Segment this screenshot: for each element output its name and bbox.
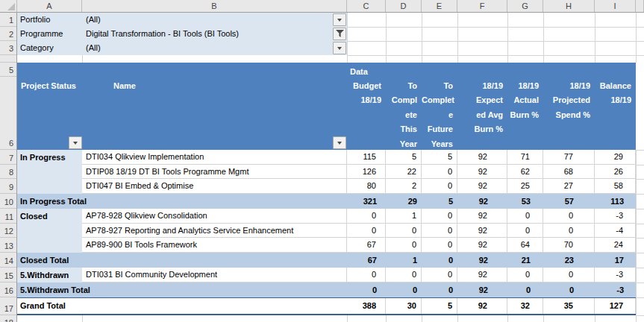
value-cell[interactable]: 80 [347, 179, 386, 194]
value-cell[interactable]: 126 [347, 165, 386, 179]
value-cell[interactable]: 1 [386, 209, 422, 224]
row-label-cell[interactable]: 5.Withdrawn Total [20, 282, 90, 297]
programme-filter-button[interactable] [333, 28, 346, 40]
value-cell[interactable]: 64 [507, 238, 543, 253]
row-header-9[interactable]: 9 [0, 179, 16, 194]
value-cell[interactable]: 0 [347, 268, 386, 282]
row-header-6[interactable]: 6 [0, 77, 16, 150]
value-cell[interactable]: 92 [457, 238, 507, 253]
status-cell[interactable]: In Progress [17, 150, 82, 165]
pivot-value-header-3[interactable]: To Complet e Future Years [422, 77, 457, 150]
row-header-8[interactable]: 8 [0, 165, 16, 179]
row-header-10[interactable]: 10 [0, 194, 16, 209]
name-cell[interactable]: DTI031 BI Community Development [82, 268, 347, 282]
select-all-corner[interactable] [0, 0, 17, 13]
value-cell[interactable]: 92 [457, 150, 507, 165]
name-cell[interactable]: DTI047 BI Embed & Optimise [82, 179, 347, 194]
row-label-cell[interactable]: In Progress Total [20, 194, 87, 209]
value-cell[interactable]: 17 [595, 253, 636, 268]
value-cell[interactable]: 0 [386, 238, 422, 253]
row-header-15[interactable]: 15 [0, 268, 16, 282]
pivot-value-header-6[interactable]: 18/19 Projected Spend % [543, 77, 595, 150]
value-cell[interactable]: 92 [457, 165, 507, 179]
name-cell[interactable]: DTIP08 18/19 DT BI Tools Programme Mgmt [82, 165, 347, 179]
value-cell[interactable]: 0 [347, 209, 386, 224]
value-cell[interactable]: 0 [347, 224, 386, 238]
value-cell[interactable]: 0 [507, 224, 543, 238]
value-cell[interactable]: 0 [422, 165, 457, 179]
value-cell[interactable]: 0 [422, 282, 457, 297]
value-cell[interactable]: 67 [347, 253, 386, 268]
value-cell[interactable]: 92 [457, 179, 507, 194]
value-cell[interactable]: 0 [422, 209, 457, 224]
row-header-7[interactable]: 7 [0, 150, 16, 165]
value-cell[interactable]: 92 [457, 298, 507, 314]
pivot-value-header-2[interactable]: To Compl ete This Year [386, 77, 422, 150]
status-cell[interactable] [17, 165, 82, 179]
value-cell[interactable]: 23 [543, 253, 595, 268]
value-cell[interactable]: 0 [507, 282, 543, 297]
value-cell[interactable]: 0 [386, 224, 422, 238]
value-cell[interactable]: 0 [543, 282, 595, 297]
status-cell[interactable] [17, 179, 82, 194]
row-header-5[interactable]: 5 [0, 63, 16, 77]
value-cell[interactable]: 92 [457, 194, 507, 209]
value-cell[interactable]: 29 [595, 150, 636, 165]
column-header-I[interactable]: I [595, 0, 636, 12]
value-cell[interactable]: 0 [543, 209, 595, 224]
value-cell[interactable]: -3 [595, 282, 636, 297]
value-cell[interactable]: 24 [595, 238, 636, 253]
value-cell[interactable]: -3 [595, 268, 636, 282]
value-cell[interactable]: 70 [543, 238, 595, 253]
column-header-G[interactable]: G [507, 0, 543, 12]
column-header-H[interactable]: H [543, 0, 595, 12]
column-header-F[interactable]: F [457, 0, 507, 12]
value-cell[interactable]: 0 [422, 224, 457, 238]
value-cell[interactable]: 77 [543, 150, 595, 165]
value-cell[interactable]: 0 [422, 268, 457, 282]
value-cell[interactable]: 29 [386, 194, 422, 209]
value-cell[interactable]: 5 [422, 298, 457, 314]
column-header-E[interactable]: E [422, 0, 457, 12]
value-cell[interactable]: 0 [386, 268, 422, 282]
value-cell[interactable]: 68 [543, 165, 595, 179]
row-header-18[interactable]: 18 [0, 315, 16, 322]
column-header-D[interactable]: D [386, 0, 422, 12]
status-cell[interactable] [17, 238, 82, 253]
value-cell[interactable]: 115 [347, 150, 386, 165]
column-header-C[interactable]: C [347, 0, 386, 12]
value-cell[interactable]: 21 [507, 253, 543, 268]
value-cell[interactable]: 92 [457, 209, 507, 224]
status-cell[interactable] [17, 224, 82, 238]
value-cell[interactable]: 0 [543, 224, 595, 238]
value-cell[interactable]: 5 [386, 150, 422, 165]
value-cell[interactable]: 92 [457, 224, 507, 238]
row-header-4[interactable] [0, 55, 16, 63]
value-cell[interactable]: -4 [595, 224, 636, 238]
row-header-17[interactable]: 17 [0, 297, 16, 315]
name-cell[interactable]: AP89-900 BI Tools Framework [82, 238, 347, 253]
value-cell[interactable]: 0 [422, 253, 457, 268]
value-cell[interactable]: 127 [595, 298, 636, 314]
category-dropdown-button[interactable] [333, 42, 346, 54]
filter-value-cell[interactable]: (All) [86, 13, 101, 27]
value-cell[interactable]: 321 [347, 194, 386, 209]
value-cell[interactable]: 32 [507, 298, 543, 314]
row-header-1[interactable]: 1 [0, 13, 16, 27]
row-header-11[interactable]: 11 [0, 209, 16, 224]
value-cell[interactable]: 2 [386, 179, 422, 194]
column-header-A[interactable]: A [17, 0, 82, 12]
value-cell[interactable]: 53 [507, 194, 543, 209]
value-cell[interactable]: 0 [347, 282, 386, 297]
status-cell[interactable]: Closed [17, 209, 82, 224]
value-cell[interactable]: 0 [507, 268, 543, 282]
value-cell[interactable]: 92 [457, 253, 507, 268]
pivot-value-header-5[interactable]: 18/19 Actual Burn % [507, 77, 543, 150]
filter-value-cell[interactable]: (All) [86, 41, 101, 55]
value-cell[interactable]: 92 [457, 282, 507, 297]
pivot-value-header-1[interactable]: Budget 18/19 [347, 77, 386, 150]
row-label-cell[interactable]: Grand Total [20, 298, 66, 314]
portfolio-dropdown-button[interactable] [333, 13, 346, 26]
value-cell[interactable]: 67 [347, 238, 386, 253]
row-header-13[interactable]: 13 [0, 238, 16, 253]
